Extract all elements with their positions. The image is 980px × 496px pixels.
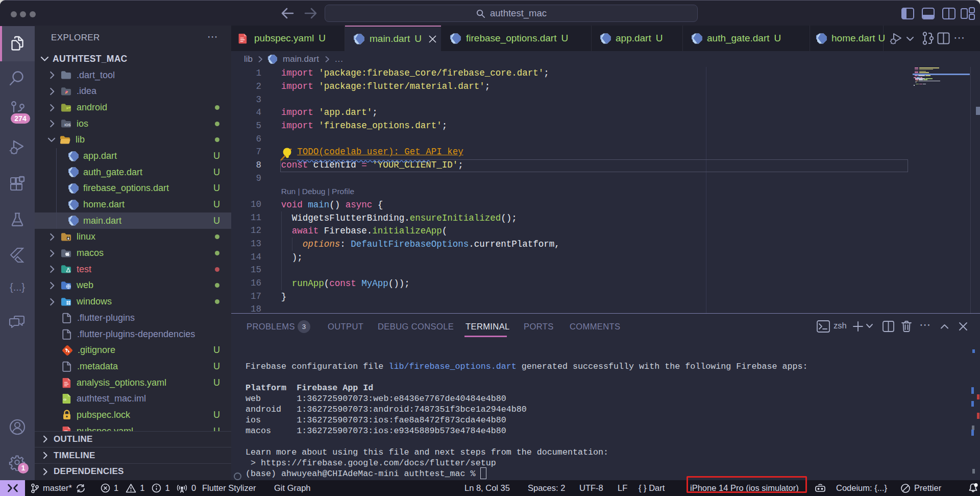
svg-text:iOS: iOS (64, 123, 71, 127)
svg-text:‹›: ‹› (63, 397, 66, 402)
